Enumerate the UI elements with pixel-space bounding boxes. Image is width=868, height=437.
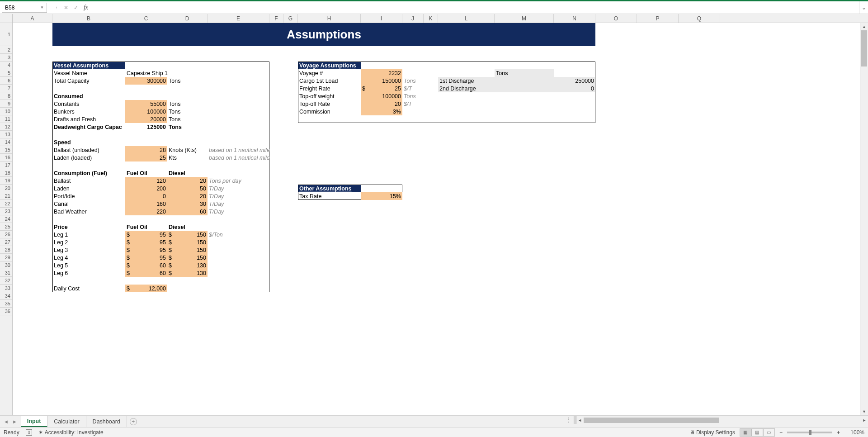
col-header-G[interactable]: G [283, 14, 298, 23]
scroll-down-icon[interactable]: ▼ [860, 408, 868, 415]
view-page-layout-icon[interactable]: ▤ [751, 428, 763, 437]
bunkers-value[interactable]: 100000 [125, 108, 167, 115]
col-header-B[interactable]: B [52, 14, 125, 23]
zoom-slider[interactable] [787, 432, 832, 433]
row-header-24[interactable]: 24 [0, 215, 12, 223]
leg-4-fo[interactable]: $95 [125, 254, 167, 261]
row-header-33[interactable]: 33 [0, 285, 12, 292]
col-header-P[interactable]: P [637, 14, 679, 23]
row-header-11[interactable]: 11 [0, 115, 12, 123]
tab-dashboard[interactable]: Dashboard [86, 416, 127, 427]
row-header-12[interactable]: 12 [0, 123, 12, 131]
fb-dropdown[interactable]: ⋮ [51, 3, 61, 13]
status-accessibility[interactable]: Accessibility: Investigate [38, 429, 104, 436]
row-header-28[interactable]: 28 [0, 246, 12, 254]
leg-6-d[interactable]: $130 [167, 269, 208, 277]
row-header-32[interactable]: 32 [0, 277, 12, 285]
drafts-value[interactable]: 20000 [125, 115, 167, 123]
leg-1-d[interactable]: $150 [167, 231, 208, 238]
leg-6-fo[interactable]: $60 [125, 269, 167, 277]
row-header-10[interactable]: 10 [0, 108, 12, 115]
col-header-O[interactable]: O [595, 14, 637, 23]
row-header-6[interactable]: 6 [0, 77, 12, 85]
row-header-7[interactable]: 7 [0, 85, 12, 92]
col-header-D[interactable]: D [167, 14, 208, 23]
formula-expand-icon[interactable]: ⌄ [859, 1, 868, 14]
row-header-31[interactable]: 31 [0, 269, 12, 277]
row-header-25[interactable]: 25 [0, 223, 12, 231]
row-header-22[interactable]: 22 [0, 200, 12, 208]
name-box-dropdown-icon[interactable]: ▼ [40, 5, 44, 10]
tab-nav-next-icon[interactable]: ► [12, 419, 17, 424]
commission-value[interactable]: 3% [361, 108, 402, 115]
cf_canal-d[interactable]: 30 [167, 200, 208, 208]
col-header-Q[interactable]: Q [679, 14, 720, 23]
laden-speed-value[interactable]: 25 [125, 154, 167, 162]
row-header-19[interactable]: 19 [0, 177, 12, 185]
row-header-27[interactable]: 27 [0, 238, 12, 246]
cf_ballast-fo[interactable]: 120 [125, 177, 167, 185]
row-header-20[interactable]: 20 [0, 185, 12, 192]
row-header-1[interactable]: 1 [0, 23, 12, 46]
zoom-knob[interactable] [809, 430, 811, 435]
col-header-E[interactable]: E [208, 14, 269, 23]
formula-input[interactable] [91, 3, 859, 13]
tab-nav-prev-icon[interactable]: ◄ [4, 419, 9, 424]
col-header-M[interactable]: M [495, 14, 554, 23]
row-header-29[interactable]: 29 [0, 254, 12, 261]
view-normal-icon[interactable]: ▦ [740, 428, 751, 437]
tab-calculator[interactable]: Calculator [47, 416, 86, 427]
leg-5-fo[interactable]: $60 [125, 261, 167, 269]
row-header-13[interactable]: 13 [0, 131, 12, 138]
leg-2-fo[interactable]: $95 [125, 238, 167, 246]
col-header-F[interactable]: F [269, 14, 283, 23]
add-sheet-button[interactable]: + [127, 416, 140, 427]
freight-rate-value[interactable]: $25 [361, 85, 402, 92]
daily-cost-value[interactable]: $12,000 [125, 285, 167, 292]
view-page-break-icon[interactable]: ▭ [763, 428, 775, 437]
row-header-3[interactable]: 3 [0, 54, 12, 62]
hscroll-thumb[interactable] [584, 418, 719, 423]
zoom-out-button[interactable]: − [779, 429, 783, 436]
cf_ballast-d[interactable]: 20 [167, 177, 208, 185]
tax-rate-value[interactable]: 15% [361, 192, 402, 200]
row-header-8[interactable]: 8 [0, 92, 12, 100]
col-header-N[interactable]: N [554, 14, 595, 23]
cf_laden-d[interactable]: 50 [167, 185, 208, 192]
col-header-A[interactable]: A [13, 14, 52, 23]
row-header-18[interactable]: 18 [0, 169, 12, 177]
row-header-23[interactable]: 23 [0, 208, 12, 215]
col-header-K[interactable]: K [424, 14, 438, 23]
leg-2-d[interactable]: $150 [167, 238, 208, 246]
scroll-up-icon[interactable]: ▲ [860, 23, 868, 30]
name-box[interactable]: B58 ▼ [2, 3, 47, 13]
col-header-L[interactable]: L [438, 14, 495, 23]
row-header-36[interactable]: 36 [0, 308, 12, 315]
col-header-J[interactable]: J [402, 14, 424, 23]
cf_bw-fo[interactable]: 220 [125, 208, 167, 215]
select-all-corner[interactable] [0, 14, 13, 23]
scroll-left-icon[interactable]: ◄ [576, 418, 584, 423]
leg-1-fo[interactable]: $95 [125, 231, 167, 238]
vertical-scrollbar[interactable]: ▲ ▼ [860, 23, 868, 415]
vscroll-thumb[interactable] [861, 30, 867, 66]
cells-canvas[interactable]: Assumptions Vessel Assumptions Voyage As… [13, 23, 868, 415]
row-header-26[interactable]: 26 [0, 231, 12, 238]
row-header-35[interactable]: 35 [0, 300, 12, 308]
row-header-17[interactable]: 17 [0, 162, 12, 169]
leg-5-d[interactable]: $130 [167, 261, 208, 269]
row-header-2[interactable]: 2 [0, 46, 12, 54]
cf_port-d[interactable]: 20 [167, 192, 208, 200]
zoom-in-button[interactable]: + [837, 429, 840, 436]
leg-3-d[interactable]: $150 [167, 246, 208, 254]
total-capacity-value[interactable]: 300000 [125, 77, 167, 85]
fx-icon[interactable]: fx [81, 3, 91, 13]
row-header-5[interactable]: 5 [0, 69, 12, 77]
row-header-30[interactable]: 30 [0, 261, 12, 269]
cargo-1st-load-value[interactable]: 150000 [361, 77, 402, 85]
leg-3-fo[interactable]: $95 [125, 246, 167, 254]
col-header-I[interactable]: I [361, 14, 402, 23]
row-header-9[interactable]: 9 [0, 100, 12, 108]
row-header-4[interactable]: 4 [0, 62, 12, 69]
zoom-percentage[interactable]: 100% [844, 429, 864, 436]
